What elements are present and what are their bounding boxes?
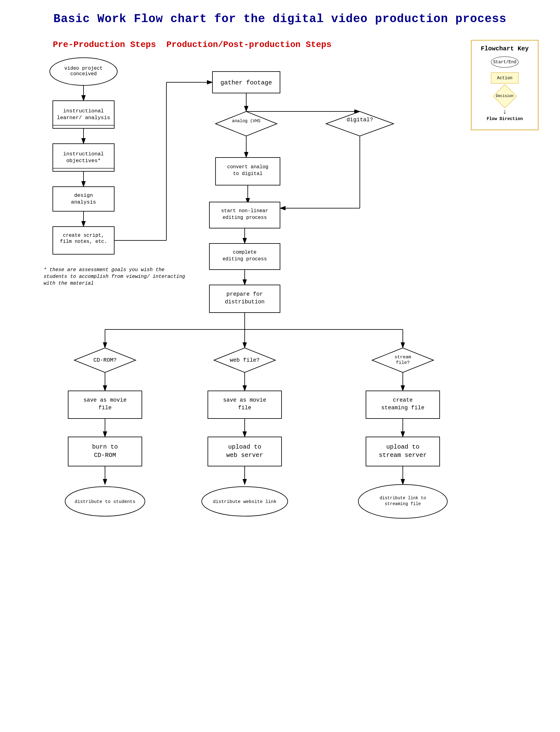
svg-text:save as movie: save as movie xyxy=(223,397,266,403)
svg-text:complete: complete xyxy=(233,250,257,255)
svg-text:digital?: digital? xyxy=(347,117,373,123)
analog-diamond xyxy=(216,111,277,136)
svg-text:web file?: web file? xyxy=(230,357,259,363)
flowchart-svg: Pre-Production Steps Production/Post-pro… xyxy=(34,38,526,713)
svg-text:video project: video project xyxy=(64,66,103,71)
svg-text:editing process: editing process xyxy=(223,256,267,262)
svg-text:create script,: create script, xyxy=(63,233,104,238)
svg-text:stream: stream xyxy=(395,355,411,360)
page-title: Basic Work Flow chart for the digital vi… xyxy=(18,12,542,25)
svg-text:analog (VHS: analog (VHS xyxy=(232,119,260,123)
svg-text:design: design xyxy=(74,193,93,198)
svg-text:analysis: analysis xyxy=(71,199,96,205)
svg-text:learner/ analysis: learner/ analysis xyxy=(57,115,110,121)
svg-text:upload to: upload to xyxy=(228,443,261,450)
key-diamond-label: Decision xyxy=(496,94,514,98)
digital-diamond xyxy=(326,111,394,136)
svg-text:editing process: editing process xyxy=(223,215,267,220)
flowchart-key: Flowchart Key Start/End Action Decision … xyxy=(471,40,539,130)
svg-text:streaming file: streaming file xyxy=(385,501,421,506)
design-analysis-node xyxy=(53,187,114,211)
svg-text:upload to: upload to xyxy=(386,443,419,450)
svg-text:save as movie: save as movie xyxy=(84,397,126,403)
key-title: Flowchart Key xyxy=(476,45,533,52)
svg-text:gather footage: gather footage xyxy=(220,79,272,86)
svg-text:instructional: instructional xyxy=(63,151,104,157)
key-start-end: Start/End xyxy=(476,56,533,69)
svg-text:objectives*: objectives* xyxy=(66,158,101,164)
svg-text:* these are assessment goals y: * these are assessment goals you wish th… xyxy=(44,267,165,273)
svg-text:CD-ROM: CD-ROM xyxy=(94,452,116,459)
key-action: Action xyxy=(476,72,533,85)
svg-text:students to accomplish from vi: students to accomplish from viewing/ int… xyxy=(44,274,185,279)
svg-text:distribute to students: distribute to students xyxy=(75,499,135,504)
svg-text:film notes, etc.: film notes, etc. xyxy=(60,239,107,244)
svg-text:prepare for: prepare for xyxy=(227,291,263,297)
key-rect-shape: Action xyxy=(491,72,519,84)
svg-text:file: file xyxy=(238,405,251,411)
svg-text:file: file xyxy=(98,405,111,411)
svg-text:file?: file? xyxy=(396,360,410,365)
svg-text:steaming file: steaming file xyxy=(381,405,424,411)
svg-text:create: create xyxy=(393,397,413,403)
key-arrow-icon: ↓ xyxy=(503,108,507,116)
pre-production-header: Pre-Production Steps xyxy=(53,40,156,49)
svg-text:convert analog: convert analog xyxy=(227,164,268,170)
svg-text:instructional: instructional xyxy=(63,108,104,114)
svg-text:web server: web server xyxy=(226,452,263,459)
key-oval-shape: Start/End xyxy=(491,56,519,68)
svg-text:distribute website link: distribute website link xyxy=(213,499,276,504)
svg-text:with the material: with the material xyxy=(44,281,94,286)
svg-text:conceived: conceived xyxy=(70,71,97,77)
instructional-objectives-node xyxy=(53,144,114,171)
key-flow: ↓ Flow Direction xyxy=(476,107,533,121)
svg-text:burn to: burn to xyxy=(92,443,118,450)
svg-text:distribution: distribution xyxy=(225,299,265,305)
key-diamond-wrapper: Decision xyxy=(494,88,515,104)
key-decision: Decision xyxy=(476,88,533,104)
page: Basic Work Flow chart for the digital vi… xyxy=(0,0,560,732)
svg-text:distribute link to: distribute link to xyxy=(379,496,426,500)
instructional-learner-node xyxy=(53,101,114,128)
svg-text:start non-linear: start non-linear xyxy=(221,208,268,214)
svg-text:to digital: to digital xyxy=(233,171,263,177)
svg-text:CD-ROM?: CD-ROM? xyxy=(93,357,117,363)
production-header: Production/Post-production Steps xyxy=(166,40,332,49)
svg-text:stream server: stream server xyxy=(379,452,427,459)
key-flow-label: Flow Direction xyxy=(487,116,523,121)
